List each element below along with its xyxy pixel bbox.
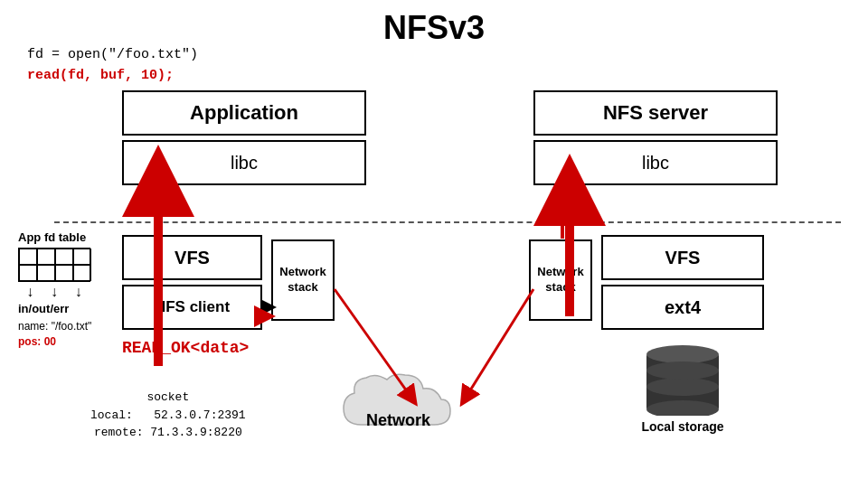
pos-value: pos: 00 bbox=[18, 334, 108, 350]
nfs-server-box: NFS server bbox=[533, 90, 778, 136]
libc-server-label: libc bbox=[642, 153, 669, 174]
libc-client-box: libc bbox=[122, 140, 366, 185]
socket-local: local: 52.3.0.7:2391 bbox=[90, 407, 246, 425]
socket-label: socket bbox=[90, 389, 246, 407]
libc-client-label: libc bbox=[231, 153, 258, 174]
vfs-server-label: VFS bbox=[665, 248, 701, 268]
ext4-label: ext4 bbox=[665, 297, 701, 318]
cylinder-icon bbox=[642, 343, 723, 416]
file-name-label: name: "/foo.txt" pos: 00 bbox=[18, 319, 108, 350]
fd-grid bbox=[18, 248, 90, 282]
fd-arrows: ↓↓↓ bbox=[18, 284, 90, 300]
fd-cell bbox=[19, 265, 37, 281]
nfs-client-label: NFS client bbox=[155, 298, 230, 316]
application-box: Application bbox=[122, 90, 366, 136]
local-storage: Local storage bbox=[597, 343, 769, 434]
netstack-server-label: Networkstack bbox=[537, 265, 583, 296]
name-value: name: "/foo.txt" bbox=[18, 319, 108, 334]
ext4-box: ext4 bbox=[601, 285, 764, 330]
netstack-server-box: Networkstack bbox=[529, 239, 592, 321]
nfs-server-label: NFS server bbox=[603, 101, 708, 125]
svg-point-5 bbox=[646, 378, 719, 396]
nfs-client-box: NFS client bbox=[122, 285, 262, 330]
netstack-client-box: Networkstack bbox=[271, 239, 335, 321]
fd-cell bbox=[37, 265, 55, 281]
network-cloud bbox=[335, 371, 479, 443]
in-out-err-label: in/out/err bbox=[18, 302, 108, 315]
fd-table-label: App fd table bbox=[18, 230, 108, 244]
fd-cell bbox=[19, 249, 37, 265]
local-storage-label: Local storage bbox=[641, 419, 723, 434]
app-fd-table: App fd table ↓↓↓ in/out/err name: "/foo.… bbox=[18, 230, 108, 350]
local-label: local: bbox=[90, 408, 133, 422]
page-title: NFSv3 bbox=[0, 0, 868, 51]
remote-value: 71.3.3.9:8220 bbox=[150, 426, 241, 439]
socket-remote: remote: 71.3.3.9:8220 bbox=[90, 424, 246, 442]
fd-cell bbox=[55, 265, 73, 281]
code-line1: fd = open("/foo.txt") bbox=[27, 45, 198, 66]
remote-label: remote: bbox=[94, 426, 144, 439]
pos-label-text: pos: 00 bbox=[18, 335, 56, 348]
diagram: Application libc NFS server libc App fd … bbox=[0, 81, 868, 479]
kernel-boundary-line bbox=[54, 221, 841, 223]
fd-cell bbox=[37, 249, 55, 265]
vfs-client-label: VFS bbox=[175, 248, 210, 268]
fd-cell bbox=[73, 249, 91, 265]
read-ok-label: READ_OK<data> bbox=[122, 339, 249, 357]
fd-cell bbox=[73, 265, 91, 281]
vfs-server-box: VFS bbox=[601, 235, 764, 280]
svg-point-8 bbox=[646, 361, 719, 380]
application-label: Application bbox=[190, 101, 298, 125]
socket-info: socket local: 52.3.0.7:2391 remote: 71.3… bbox=[90, 389, 246, 442]
libc-server-box: libc bbox=[533, 140, 778, 185]
local-value: 52.3.0.7:2391 bbox=[154, 408, 245, 422]
vfs-client-box: VFS bbox=[122, 235, 262, 280]
fd-cell bbox=[55, 249, 73, 265]
network-label: Network bbox=[366, 411, 430, 430]
netstack-client-label: Networkstack bbox=[279, 265, 326, 296]
code-block: fd = open("/foo.txt") read(fd, buf, 10); bbox=[27, 45, 198, 86]
svg-point-7 bbox=[646, 345, 719, 363]
